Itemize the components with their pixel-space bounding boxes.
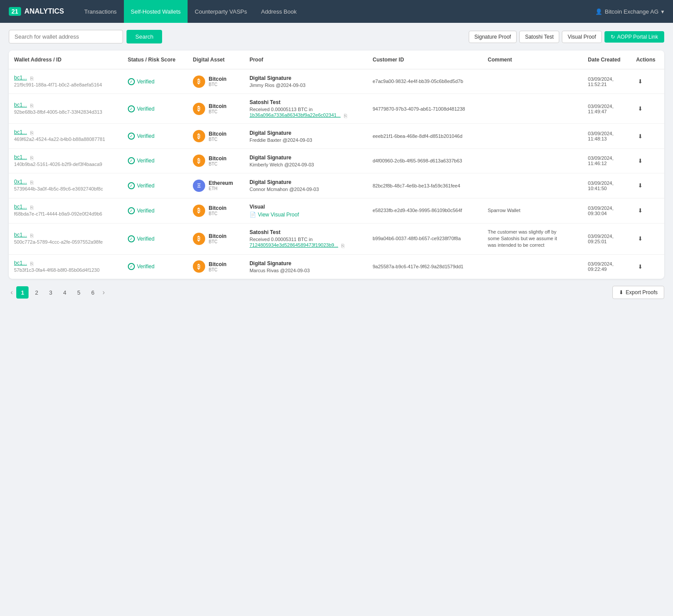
download-button[interactable]: ⬇ [636,180,644,191]
status-cell-6: Verified [123,223,188,254]
prev-page-arrow[interactable]: ‹ [9,288,14,296]
wallet-address-link[interactable]: bc1... [14,260,27,266]
check-icon [128,105,135,112]
customer-id-cell-1: 94779870-97b3-4079-ab61-71008d481238 [367,94,482,124]
wallet-address-link[interactable]: bc1... [14,102,27,108]
nav-transactions[interactable]: Transactions [77,0,124,23]
page-btn-3[interactable]: 3 [44,286,57,299]
customer-id: 94779870-97b3-4079-ab61-71008d481238 [373,105,477,113]
nav-address-book[interactable]: Address Book [254,0,304,23]
logo[interactable]: 21 ANALYTICS [9,7,64,16]
copy-icon[interactable]: ⎘ [30,205,36,210]
asset-name: Ethereum [209,180,233,186]
nav-self-hosted-wallets[interactable]: Self-Hosted Wallets [124,0,188,23]
copy-tx-icon[interactable]: ⎘ [344,113,349,118]
col-digital-asset: Digital Asset [188,50,244,69]
next-page-arrow[interactable]: › [101,288,106,296]
asset-ticker: BTC [209,211,227,216]
proof-detail: Received 0.00005311 BTC in [250,237,362,242]
page-btn-5[interactable]: 5 [72,286,85,299]
col-actions: Actions [631,50,664,69]
wallet-address-link[interactable]: 0x1... [14,179,27,185]
date-cell-7: 03/09/2024,09:22:49 [583,254,631,279]
wallet-cell-0: bc1... ⎘ 21f9c991-188a-4f71-b0c2-a8e8aef… [9,69,123,94]
wallet-cell-4: 0x1... ⎘ 5739644b-3a0f-4b5c-89c6-e369274… [9,173,123,198]
search-button[interactable]: Search [127,30,162,43]
table-row: bc1... ⎘ 500c772a-5789-4ccc-a2fe-0597552… [9,223,664,254]
wallet-id: 21f9c991-188a-4f71-b0c2-a8e8aefa5164 [14,82,117,88]
wallet-address-link[interactable]: bc1... [14,204,27,210]
customer-id: 9a25587a-b9c6-417e-9f62-9a28d1579dd1 [373,263,477,270]
download-button[interactable]: ⬇ [636,234,644,244]
download-button[interactable]: ⬇ [636,76,644,86]
wallet-address-link[interactable]: bc1... [14,129,27,135]
copy-tx-icon[interactable]: ⎘ [341,243,347,248]
comment-cell-3 [482,148,583,173]
page-content: Search Signature Proof Satoshi Test Visu… [0,23,673,310]
wallet-id: 469f62a2-4524-4a22-b4b0-b88a88087781 [14,136,117,143]
user-icon: 👤 [595,8,602,15]
page-btn-4[interactable]: 4 [58,286,71,299]
copy-icon[interactable]: ⎘ [30,76,36,81]
status-cell-7: Verified [123,254,188,279]
customer-id: 82bc2f8b-48c7-4e6b-be13-fa59c361fee4 [373,182,477,190]
download-button[interactable]: ⬇ [636,262,644,272]
asset-icon: Ξ [193,180,205,192]
copy-icon[interactable]: ⎘ [30,155,36,160]
asset-ticker: ETH [209,186,233,191]
download-button[interactable]: ⬇ [636,205,644,216]
col-comment: Comment [482,50,583,69]
copy-icon[interactable]: ⎘ [30,130,36,135]
proof-detail: Freddie Baxter @2024-09-03 [250,137,362,143]
proof-tx-link[interactable]: 1b36a096a7336a86343bf9a22e6c02341... [250,112,340,118]
comment-cell-5: Sparrow Wallet [482,198,583,223]
signature-proof-button[interactable]: Signature Proof [469,31,517,43]
export-proofs-button[interactable]: ⬇ Export Proofs [612,286,664,299]
status-cell-1: Verified [123,94,188,124]
asset-cell-4: Ξ Ethereum ETH [188,173,244,198]
wallet-address-link[interactable]: bc1... [14,154,27,160]
customer-id: eeeb21f1-6bea-468e-8df4-d851b201046d [373,133,477,140]
wallet-address-link[interactable]: bc1... [14,75,27,81]
status-label: Verified [137,263,155,270]
wallet-id: 92be68b3-8fbf-4005-b8c7-33f42834d313 [14,109,117,115]
copy-icon[interactable]: ⎘ [30,261,36,266]
copy-icon[interactable]: ⎘ [30,180,36,185]
proof-tx-link[interactable]: 7124805934e3d52864589473f19023b9... [250,242,338,248]
comment-cell-2 [482,124,583,148]
customer-id-cell-6: b99a04b6-0037-48f0-b657-ce9238f70f8a [367,223,482,254]
visual-proof-button[interactable]: Visual Proof [562,31,601,43]
customer-id: b99a04b6-0037-48f0-b657-ce9238f70f8a [373,235,477,242]
page-btn-2[interactable]: 2 [30,286,43,299]
proof-detail: Jimmy Rios @2024-09-03 [250,83,362,88]
page-btn-1[interactable]: 1 [16,286,29,299]
aopp-portal-button[interactable]: ↻ AOPP Portal Link [604,31,664,43]
asset-name: Bitcoin [209,261,227,267]
toolbar: Search Signature Proof Satoshi Test Visu… [9,30,664,43]
copy-icon[interactable]: ⎘ [30,233,36,238]
user-menu[interactable]: 👤 Bitcoin Exchange AG ▾ [595,8,664,15]
proof-cell-5: Visual 📄 View Visual Proof [244,198,367,223]
copy-icon[interactable]: ⎘ [30,103,36,108]
download-button[interactable]: ⬇ [636,104,644,114]
download-button[interactable]: ⬇ [636,156,644,166]
view-visual-proof-link[interactable]: 📄 View Visual Proof [250,212,362,218]
date-created: 03/09/2024,09:22:49 [588,261,626,272]
wallet-address-link[interactable]: bc1... [14,232,27,238]
asset-cell-0: ₿ Bitcoin BTC [188,69,244,94]
search-input[interactable] [9,30,123,43]
proof-type: Digital Signature [250,260,362,267]
download-button[interactable]: ⬇ [636,131,644,141]
date-created: 03/09/2024,11:46:12 [588,155,626,166]
customer-id: d4f00960-2c6b-4f65-9698-d613a6337b63 [373,157,477,165]
actions-cell-6: ⬇ [631,223,664,254]
asset-name: Bitcoin [209,233,227,239]
proof-cell-0: Digital Signature Jimmy Rios @2024-09-03 [244,69,367,94]
comment-cell-6: The customer was slightly off by some Sa… [482,223,583,254]
proof-cell-2: Digital Signature Freddie Baxter @2024-0… [244,124,367,148]
asset-name: Bitcoin [209,103,227,109]
satoshi-test-button[interactable]: Satoshi Test [519,31,559,43]
check-icon [128,263,135,270]
nav-counterparty-vasps[interactable]: Counterparty VASPs [188,0,254,23]
page-btn-6[interactable]: 6 [87,286,99,299]
